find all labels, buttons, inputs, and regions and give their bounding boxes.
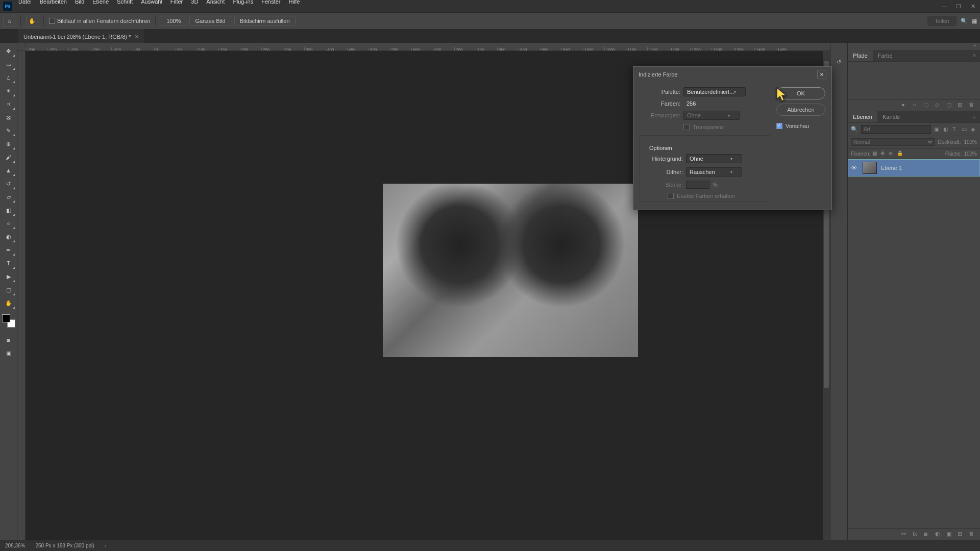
- menu-filter[interactable]: Filter: [166, 0, 187, 6]
- filter-image-icon[interactable]: ▣: [934, 126, 940, 133]
- preview-checkbox[interactable]: Vorschau: [776, 123, 825, 129]
- type-tool-icon[interactable]: T: [2, 257, 15, 269]
- lock-artboard-icon[interactable]: ⊕: [889, 151, 895, 157]
- crop-tool-icon[interactable]: ⌗: [2, 98, 15, 110]
- share-button[interactable]: Teilen: [927, 16, 957, 26]
- zoom-100-button[interactable]: 100%: [161, 16, 186, 26]
- tab-paths[interactable]: Pfade: [848, 50, 873, 61]
- layer-mask-icon[interactable]: ◙: [924, 531, 931, 538]
- filter-type-icon[interactable]: T: [952, 126, 959, 133]
- filter-smart-icon[interactable]: ◈: [971, 126, 977, 133]
- opacity-value[interactable]: 100%: [964, 139, 977, 145]
- new-path-icon[interactable]: ⊞: [958, 102, 965, 109]
- menu-select[interactable]: Auswahl: [137, 0, 166, 6]
- eraser-tool-icon[interactable]: ▱: [2, 191, 15, 203]
- color-swatches[interactable]: [2, 314, 15, 328]
- panel-menu-icon[interactable]: ≡: [969, 50, 980, 61]
- layer-style-icon[interactable]: fx: [913, 531, 920, 538]
- lock-all-icon[interactable]: 🔒: [897, 151, 903, 157]
- tab-layers[interactable]: Ebenen: [848, 111, 877, 122]
- stroke-path-icon[interactable]: ○: [913, 102, 920, 109]
- palette-select[interactable]: Benutzerdefiniert...▾: [683, 87, 746, 96]
- adjustment-layer-icon[interactable]: ◐: [935, 531, 942, 538]
- visibility-toggle-icon[interactable]: 👁: [851, 165, 859, 171]
- pen-tool-icon[interactable]: ✒: [2, 244, 15, 256]
- group-icon[interactable]: ▣: [946, 531, 953, 538]
- menu-help[interactable]: Hilfe: [284, 0, 304, 6]
- hand-tool-icon[interactable]: ✋: [2, 297, 15, 309]
- menu-plugins[interactable]: Plug-ins: [229, 0, 257, 6]
- fill-path-icon[interactable]: ●: [901, 102, 909, 109]
- close-window-button[interactable]: ✕: [968, 2, 978, 10]
- menu-edit[interactable]: Bearbeiten: [36, 0, 71, 6]
- stamp-tool-icon[interactable]: ▲: [2, 164, 15, 177]
- blend-mode-select[interactable]: Normal: [851, 138, 935, 146]
- menu-layer[interactable]: Ebene: [88, 0, 113, 6]
- layer-item[interactable]: 👁 Ebene 1: [848, 159, 980, 177]
- close-tab-icon[interactable]: ×: [135, 33, 139, 40]
- filter-shape-icon[interactable]: ▭: [962, 126, 968, 133]
- fill-screen-button[interactable]: Bildschirm ausfüllen: [234, 16, 296, 26]
- dodge-tool-icon[interactable]: ◐: [2, 231, 15, 243]
- home-icon[interactable]: ⌂: [3, 15, 15, 27]
- layer-thumbnail[interactable]: [863, 162, 877, 174]
- matte-select[interactable]: Ohne▾: [686, 154, 742, 163]
- frame-tool-icon[interactable]: ⊠: [2, 111, 15, 123]
- new-layer-icon[interactable]: ⊞: [958, 531, 965, 538]
- quickmask-icon[interactable]: ◙: [2, 334, 15, 346]
- blur-tool-icon[interactable]: ○: [2, 217, 15, 230]
- panel-menu-icon[interactable]: ≡: [969, 111, 980, 122]
- menu-3d[interactable]: 3D: [187, 0, 202, 6]
- cancel-button[interactable]: Abbrechen: [776, 104, 825, 116]
- history-brush-icon[interactable]: ↺: [2, 178, 15, 190]
- screenmode-icon[interactable]: ▣: [2, 347, 15, 359]
- ruler-vertical[interactable]: [17, 51, 26, 540]
- document-tab[interactable]: Unbenannt-1 bei 208% (Ebene 1, RGB/8) * …: [18, 30, 144, 43]
- ruler-origin[interactable]: [17, 43, 26, 51]
- lock-pixels-icon[interactable]: ▦: [872, 151, 878, 157]
- ruler-horizontal[interactable]: -300-250-200-150-100-5005010015020025030…: [26, 43, 830, 51]
- minimize-button[interactable]: —: [939, 2, 949, 10]
- brush-tool-icon[interactable]: 🖌: [2, 151, 15, 163]
- fill-value[interactable]: 100%: [964, 151, 977, 157]
- search-icon[interactable]: 🔍: [961, 18, 968, 24]
- healing-tool-icon[interactable]: ⊕: [2, 138, 15, 150]
- filter-adjust-icon[interactable]: ◐: [943, 126, 949, 133]
- gradient-tool-icon[interactable]: ◧: [2, 204, 15, 216]
- menu-file[interactable]: Datei: [14, 0, 36, 6]
- make-work-path-icon[interactable]: ◇: [935, 102, 942, 109]
- add-mask-icon[interactable]: ▢: [946, 102, 953, 109]
- menu-window[interactable]: Fenster: [257, 0, 284, 6]
- tab-color[interactable]: Farbe: [873, 50, 898, 61]
- collapse-panels-icon[interactable]: «: [848, 43, 980, 50]
- lasso-tool-icon[interactable]: 𝘓: [2, 71, 15, 84]
- dialog-titlebar[interactable]: Indizierte Farbe ×: [633, 67, 831, 82]
- maximize-button[interactable]: ☐: [953, 2, 964, 10]
- fit-screen-button[interactable]: Ganzes Bild: [189, 16, 231, 26]
- path-select-icon[interactable]: ▶: [2, 270, 15, 283]
- wand-tool-icon[interactable]: ✴: [2, 85, 15, 97]
- ok-button[interactable]: OK: [776, 87, 825, 99]
- shape-tool-icon[interactable]: ▢: [2, 284, 15, 296]
- colors-value[interactable]: 256: [683, 101, 696, 107]
- history-panel-icon[interactable]: ↺: [832, 55, 846, 68]
- delete-path-icon[interactable]: 🗑: [969, 102, 976, 109]
- menu-view[interactable]: Ansicht: [202, 0, 229, 6]
- lock-position-icon[interactable]: ✥: [880, 151, 887, 157]
- delete-layer-icon[interactable]: 🗑: [969, 531, 976, 538]
- move-tool-icon[interactable]: ✥: [2, 45, 15, 57]
- hand-tool-icon[interactable]: ✋: [26, 15, 38, 27]
- layer-name[interactable]: Ebene 1: [881, 165, 902, 171]
- doc-dimensions[interactable]: 250 Px x 168 Px (300 ppi): [35, 543, 94, 548]
- dither-select[interactable]: Rauschen▾: [686, 167, 742, 177]
- statusbar-menu-icon[interactable]: ›: [105, 543, 106, 548]
- foreground-color-swatch[interactable]: [2, 314, 10, 322]
- tab-channels[interactable]: Kanäle: [877, 111, 905, 122]
- scroll-all-windows-checkbox[interactable]: Bildlauf in allen Fenstern durchführen: [49, 18, 150, 24]
- workspace-icon[interactable]: ▦: [972, 18, 977, 24]
- marquee-tool-icon[interactable]: ▭: [2, 58, 15, 70]
- menu-type[interactable]: Schrift: [113, 0, 137, 6]
- menu-image[interactable]: Bild: [71, 0, 88, 6]
- path-to-selection-icon[interactable]: ◌: [924, 102, 931, 109]
- eyedropper-tool-icon[interactable]: ✎: [2, 124, 15, 137]
